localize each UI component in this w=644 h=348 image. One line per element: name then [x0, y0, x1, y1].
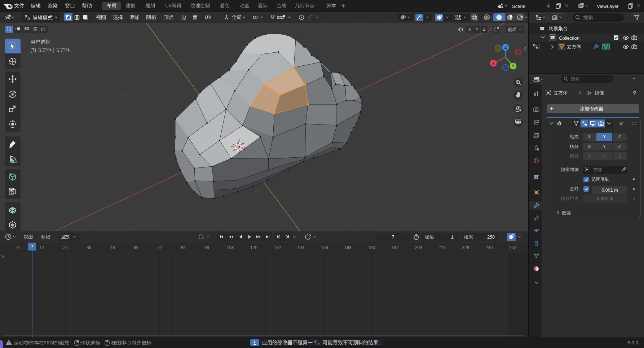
svg-text:X: X: [492, 61, 495, 65]
svg-text:Y: Y: [512, 64, 515, 68]
svg-text:Z: Z: [504, 45, 507, 49]
